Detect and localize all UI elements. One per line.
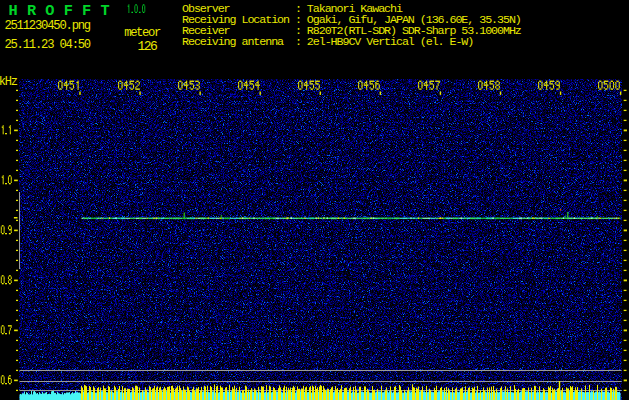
svg-text:2511230450.png: 2511230450.png [4,19,90,33]
svg-text:H R O F F T: H R O F F T [9,2,110,20]
svg-text:126: 126 [138,39,158,54]
svg-text:meteor: meteor [124,26,161,40]
svg-text:25.11.23 04:50: 25.11.23 04:50 [4,38,90,52]
svg-text:kHz: kHz [0,75,18,89]
svg-text:Receiving antenna : 2el-HB9CV: Receiving antenna : 2el-HB9CV Vertical (… [182,35,473,49]
